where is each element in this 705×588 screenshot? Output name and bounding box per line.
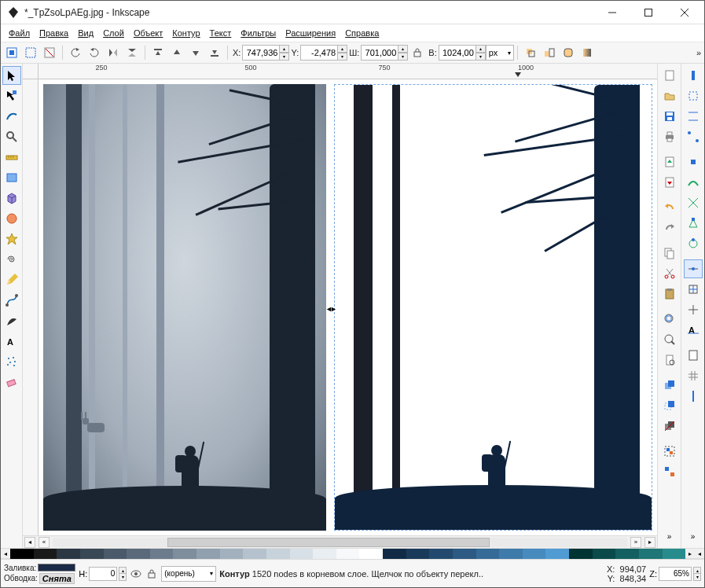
palette-swatch[interactable] (243, 549, 266, 560)
menu-path[interactable]: Контур (167, 26, 204, 40)
palette-menu-icon[interactable]: ◂ (695, 549, 704, 558)
new-doc-icon[interactable] (660, 66, 679, 85)
scroll-thumb[interactable] (167, 538, 489, 547)
menu-file[interactable]: Файл (4, 26, 35, 40)
palette-swatch[interactable] (313, 549, 336, 560)
paste-icon[interactable] (660, 285, 679, 303)
w-spinbox[interactable]: ▴▾ (361, 45, 408, 61)
measure-tool[interactable] (2, 148, 21, 167)
palette-swatch[interactable] (453, 549, 476, 560)
palette-swatch[interactable] (173, 549, 196, 560)
3dbox-tool[interactable] (2, 189, 21, 208)
export-icon[interactable] (660, 173, 679, 192)
commands-more[interactable]: » (660, 527, 679, 546)
raise-icon[interactable] (168, 44, 185, 61)
tweak-tool[interactable] (2, 107, 21, 126)
select-all-icon[interactable] (3, 44, 20, 61)
v-ruler[interactable] (23, 79, 39, 535)
raise-top-icon[interactable] (149, 44, 167, 61)
spiral-tool[interactable] (2, 250, 21, 269)
palette-swatch[interactable] (406, 549, 430, 560)
scroll-right-icon[interactable]: ▸ (644, 537, 655, 548)
flip-h-icon[interactable] (105, 44, 122, 61)
star-tool[interactable] (2, 230, 21, 248)
clone-icon[interactable] (660, 396, 679, 415)
palette-swatch[interactable] (383, 549, 406, 560)
affect-gradient-icon[interactable] (578, 44, 596, 61)
opacity-input[interactable] (89, 567, 117, 581)
menu-text[interactable]: Текст (205, 26, 237, 40)
selector-tool[interactable] (2, 66, 21, 85)
spray-tool[interactable] (2, 352, 21, 371)
snap-page-icon[interactable] (684, 346, 703, 365)
palette-swatch[interactable] (336, 549, 360, 560)
maximize-button[interactable] (630, 1, 666, 24)
palette-swatch[interactable] (104, 549, 127, 560)
palette-swatch[interactable] (127, 549, 150, 560)
zoom-tool[interactable] (2, 127, 21, 146)
flip-v-icon[interactable] (123, 44, 141, 61)
undo-icon[interactable] (660, 198, 679, 217)
snap-node-icon[interactable] (684, 153, 703, 171)
scroll-track[interactable] (53, 538, 627, 547)
palette-right-icon[interactable]: ▸ (685, 549, 695, 558)
palette-swatch[interactable] (639, 549, 663, 560)
open-icon[interactable] (660, 86, 679, 105)
eraser-tool[interactable] (2, 373, 21, 391)
palette-swatch[interactable] (663, 549, 686, 560)
rotate-ccw-icon[interactable] (67, 44, 84, 61)
lock-aspect-icon[interactable] (409, 44, 426, 61)
snap-rotcenter-icon[interactable] (684, 300, 703, 319)
menu-help[interactable]: Справка (340, 26, 384, 40)
ellipse-tool[interactable] (2, 209, 21, 228)
palette-swatch[interactable] (34, 549, 57, 560)
snap-more[interactable]: » (684, 527, 703, 546)
y-spinbox[interactable]: ▴▾ (300, 45, 347, 61)
menu-filters[interactable]: Фильтры (236, 26, 281, 40)
lower-bottom-icon[interactable] (206, 44, 223, 61)
affect-corner-icon[interactable] (560, 44, 577, 61)
close-button[interactable] (666, 1, 703, 24)
zoom-drawing-icon[interactable] (660, 330, 679, 349)
palette-swatch[interactable] (593, 549, 616, 560)
snap-text-baseline-icon[interactable]: A (684, 321, 703, 340)
layer-lock-icon[interactable] (145, 568, 158, 580)
select-in-layers-icon[interactable] (22, 44, 39, 61)
rotate-cw-icon[interactable] (86, 44, 103, 61)
affect-scale-icon[interactable] (541, 44, 558, 61)
calligraphy-tool[interactable] (2, 311, 21, 330)
palette-swatch[interactable] (429, 549, 453, 560)
text-tool[interactable]: A (2, 332, 21, 351)
palette-swatch[interactable] (359, 549, 383, 560)
group-icon[interactable] (660, 442, 679, 461)
palette-swatch[interactable] (615, 549, 639, 560)
menu-extensions[interactable]: Расширения (281, 26, 340, 40)
affect-move-icon[interactable] (522, 44, 539, 61)
snap-smooth-icon[interactable] (684, 234, 703, 253)
x-spinbox[interactable]: ▴▾ (242, 45, 289, 61)
bezier-tool[interactable] (2, 291, 21, 310)
unlink-clone-icon[interactable] (660, 417, 679, 435)
toolbar-more[interactable]: » (696, 48, 701, 57)
zoom-input[interactable] (659, 567, 692, 581)
import-icon[interactable] (660, 153, 679, 171)
menu-layer[interactable]: Слой (98, 26, 129, 40)
layer-select[interactable]: (корень) (161, 566, 216, 582)
ungroup-icon[interactable] (660, 462, 679, 481)
deselect-icon[interactable] (41, 44, 58, 61)
canvas[interactable] (39, 79, 657, 535)
fill-swatch[interactable] (38, 564, 75, 571)
palette-swatch[interactable] (523, 549, 546, 560)
resize-handle-icon[interactable] (325, 303, 333, 311)
h-ruler[interactable]: 250 500 750 1000 (39, 64, 657, 79)
snap-bbox-icon[interactable] (684, 86, 703, 105)
rect-tool[interactable] (2, 168, 21, 187)
redo-icon[interactable] (660, 219, 679, 237)
minimize-button[interactable] (594, 1, 630, 24)
duplicate-icon[interactable] (660, 376, 679, 395)
menu-view[interactable]: Вид (73, 26, 98, 40)
palette-swatch[interactable] (476, 549, 500, 560)
scroll-left-icon[interactable]: ◂ (24, 537, 35, 548)
palette-swatch[interactable] (10, 549, 34, 560)
unit-select[interactable]: px (486, 45, 514, 61)
